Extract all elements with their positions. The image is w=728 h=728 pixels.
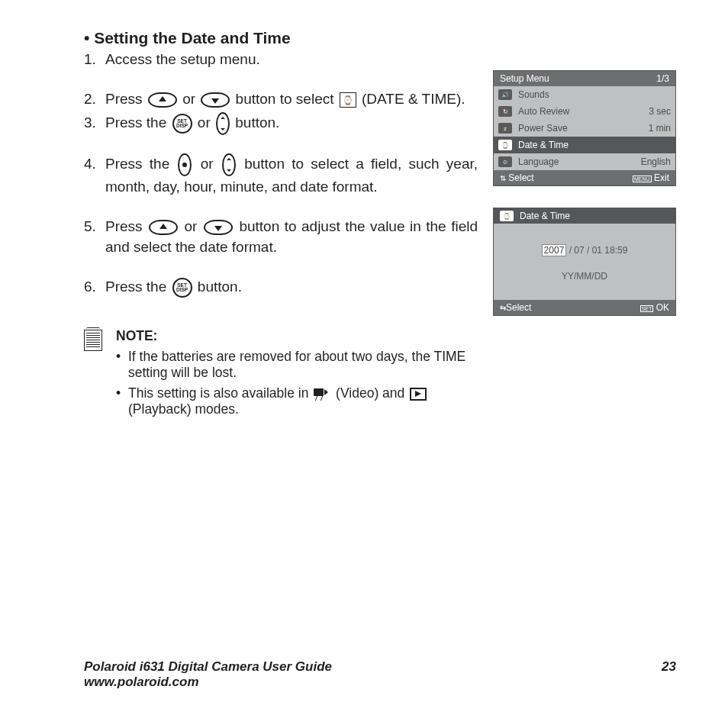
setup-menu-screen: Setup Menu 1/3 🔊 Sounds ↻ Auto Review 3 …	[493, 70, 676, 186]
step-4: 4. Press the or button to select a field…	[84, 153, 478, 198]
note-title: NOTE:	[116, 328, 478, 344]
step-text: Press the or button.	[105, 112, 478, 135]
menu-label: Sounds	[518, 89, 671, 100]
set-disp-button-icon	[172, 278, 192, 298]
page-number: 23	[662, 659, 676, 690]
up-button-icon	[149, 220, 178, 235]
step-6: 6. Press the button.	[84, 276, 478, 298]
page-footer: Polaroid i631 Digital Camera User Guide …	[84, 659, 676, 690]
text: Press the	[105, 279, 171, 295]
step-number: 5.	[84, 216, 105, 258]
menu-label: Auto Review	[518, 106, 649, 117]
step-text: Press or button to adjust the value in t…	[105, 216, 478, 258]
auto-review-icon: ↻	[498, 106, 512, 117]
text: (Video) and	[336, 385, 408, 401]
menu-row-power-save: z Power Save 1 min	[494, 120, 675, 137]
text: Press	[105, 91, 147, 107]
menu-row-date-time-selected: ⌚ Date & Time	[494, 137, 675, 153]
section-heading: • Setting the Date and Time	[84, 29, 676, 47]
date-time-icon: ⌚	[500, 211, 514, 221]
step-3: 3. Press the or button.	[84, 112, 478, 135]
playback-mode-icon	[410, 388, 427, 401]
text: button to select	[236, 91, 338, 107]
screen-title: Date & Time	[520, 211, 570, 221]
step-number: 2.	[84, 89, 105, 110]
step-1: 1. Access the setup menu.	[84, 49, 478, 70]
right-arrow-button-icon	[222, 153, 236, 176]
language-icon: ☺	[498, 156, 512, 167]
text: Press the	[105, 156, 176, 172]
date-time-screen: ⌚ Date & Time 2007 / 07 / 01 18:59 YY/MM…	[493, 208, 676, 316]
text: button.	[235, 114, 279, 130]
text: (DATE & TIME).	[362, 91, 465, 107]
text: button.	[198, 279, 242, 295]
left-macro-button-icon	[178, 153, 192, 176]
note-item: This setting is also available in (Video…	[116, 385, 478, 417]
note-item: If the batteries are removed for about t…	[116, 349, 478, 381]
down-button-icon	[201, 92, 230, 108]
set-disp-button-icon	[172, 114, 192, 134]
screen-title: Setup Menu	[500, 73, 549, 84]
footer-select: ⇆Select	[500, 302, 531, 313]
menu-label: Language	[518, 156, 641, 167]
step-text: Access the setup menu.	[105, 49, 478, 70]
step-number: 6.	[84, 276, 105, 298]
text: (Playback) modes.	[128, 401, 239, 417]
menu-value: 3 sec	[649, 106, 671, 117]
footer-select: ⇅ Select	[500, 172, 534, 183]
step-2: 2. Press or button to select ⌚ (DATE & T…	[84, 89, 478, 110]
footer-exit: MENU Exit	[633, 172, 669, 183]
menu-value: English	[641, 156, 671, 167]
video-mode-icon	[314, 388, 330, 400]
menu-row-sounds: 🔊 Sounds	[494, 86, 675, 103]
date-time-icon: ⌚	[340, 92, 356, 108]
step-number: 1.	[84, 49, 105, 70]
date-time-icon: ⌚	[498, 140, 512, 150]
footer-title: Polaroid i631 Digital Camera User Guide	[84, 659, 332, 675]
text: Press the	[105, 114, 171, 130]
date-format-line: YY/MM/DD	[494, 271, 675, 282]
menu-row-auto-review: ↻ Auto Review 3 sec	[494, 103, 675, 120]
sound-icon: 🔊	[498, 89, 512, 100]
text: or	[182, 91, 199, 107]
notepad-icon	[84, 330, 102, 351]
text: or	[185, 218, 202, 234]
year-field-selected: 2007	[542, 244, 567, 256]
text: Press	[105, 218, 147, 234]
note-section: NOTE: If the batteries are removed for a…	[84, 328, 478, 422]
screen-page: 1/3	[656, 73, 669, 84]
step-5: 5. Press or button to adjust the value i…	[84, 216, 478, 258]
step-text: Press the button.	[105, 276, 478, 298]
date-rest: / 07 / 01 18:59	[566, 245, 627, 256]
down-button-icon	[204, 220, 233, 235]
menu-label: Date & Time	[518, 140, 671, 150]
footer-url: www.polaroid.com	[84, 675, 332, 690]
text: or	[198, 114, 214, 130]
text: This setting is also available in	[128, 385, 312, 401]
step-text: Press or button to select ⌚ (DATE & TIME…	[105, 89, 478, 110]
text: or	[201, 156, 221, 172]
step-number: 4.	[84, 153, 105, 198]
menu-label: Power Save	[518, 123, 649, 134]
right-arrow-button-icon	[216, 112, 230, 135]
step-number: 3.	[84, 112, 105, 135]
up-button-icon	[148, 92, 177, 108]
menu-row-language: ☺ Language English	[494, 153, 675, 170]
step-text: Press the or button to select a field, s…	[105, 153, 478, 198]
power-save-icon: z	[498, 123, 512, 134]
menu-value: 1 min	[649, 123, 671, 134]
date-value-line: 2007 / 07 / 01 18:59	[494, 245, 675, 256]
footer-ok: SET OK	[640, 302, 669, 313]
